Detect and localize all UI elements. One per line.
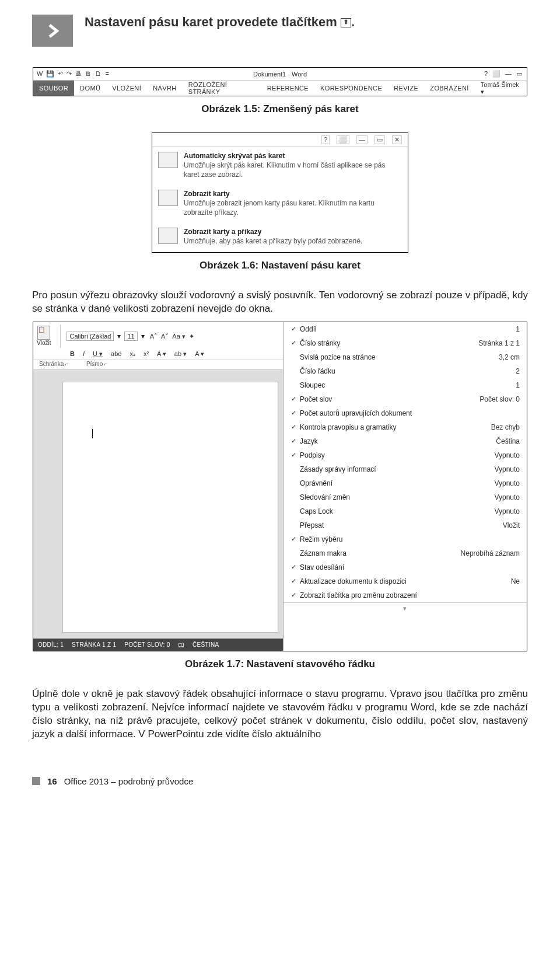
ribbon-button[interactable]: A ▾ xyxy=(155,350,168,358)
status-bar[interactable]: ODDÍL: 1STRÁNKA 1 Z 1POČET SLOV: 0🕮ČEŠTI… xyxy=(33,639,283,651)
ribbon-tab[interactable]: VLOŽENÍ xyxy=(106,81,147,96)
ribbon-button[interactable]: A ▾ xyxy=(193,350,206,358)
statusbar-menu-item[interactable]: Sledování změnVypnuto xyxy=(284,490,527,504)
qat-button[interactable]: 🗋 xyxy=(95,70,102,78)
status-item[interactable]: 🕮 xyxy=(178,641,184,648)
ribbon-button[interactable]: I xyxy=(81,350,86,357)
statusbar-menu-item[interactable]: ✓Počet autorů upravujících dokument xyxy=(284,406,527,420)
ribbon-button[interactable]: Aa ▾ xyxy=(170,333,187,340)
statusbar-menu-item[interactable]: Sloupec1 xyxy=(284,378,527,392)
window-control-button[interactable]: ▭ xyxy=(374,135,385,144)
ribbon-button[interactable]: U ▾ xyxy=(91,350,104,358)
status-item[interactable]: STRÁNKA 1 Z 1 xyxy=(72,641,116,648)
statusbar-menu-item[interactable]: ✓Režim výběru xyxy=(284,532,527,546)
paste-button[interactable]: 📋 Vložit xyxy=(37,326,51,346)
figure-caption: Obrázek 1.5: Zmenšený pás karet xyxy=(32,103,528,115)
ribbon-button[interactable]: x² xyxy=(142,350,150,357)
check-icon: ✓ xyxy=(288,563,300,571)
window-control-button[interactable]: ⬜ xyxy=(492,70,501,78)
document-page[interactable] xyxy=(62,382,278,633)
check-icon: ✓ xyxy=(288,535,300,543)
ribbon-tabs[interactable]: SOUBORDOMŮVLOŽENÍNÁVRHROZLOŽENÍ STRÁNKYR… xyxy=(33,81,527,96)
window-control-button[interactable]: ? xyxy=(484,70,488,78)
window-control-button[interactable]: — xyxy=(505,70,512,78)
ribbon-options-icon xyxy=(341,18,351,27)
window-control-button[interactable]: ? xyxy=(321,135,330,144)
ribbon-button[interactable]: A˅ xyxy=(159,333,170,340)
menu-label: Počet slov xyxy=(300,395,480,403)
ribbon-tab[interactable]: ZOBRAZENÍ xyxy=(424,81,475,96)
ribbon-tab[interactable]: NÁVRH xyxy=(147,81,183,96)
menu-expand-icon[interactable]: ▾ xyxy=(284,602,527,614)
ribbon-button[interactable]: B xyxy=(68,350,76,357)
window-controls[interactable]: ?⬜—▭ xyxy=(480,70,527,78)
window-control-button[interactable]: ▭ xyxy=(516,70,522,78)
statusbar-menu-item[interactable]: ✓Aktualizace dokumentu k dispoziciNe xyxy=(284,574,527,588)
menu-value: Stránka 1 z 1 xyxy=(478,339,520,347)
font-name-input[interactable]: Calibri (Základ xyxy=(66,332,114,341)
menu-label: Přepsat xyxy=(300,521,503,529)
ribbon-tab[interactable]: ROZLOŽENÍ STRÁNKY xyxy=(183,81,261,96)
window-control-button[interactable]: — xyxy=(356,135,368,144)
statusbar-menu-item[interactable]: Caps LockVypnuto xyxy=(284,504,527,518)
statusbar-menu-item[interactable]: ✓Oddíl1 xyxy=(284,322,527,336)
statusbar-menu-item[interactable]: ✓Kontrola pravopisu a gramatikyBez chyb xyxy=(284,420,527,434)
ribbon-option[interactable]: Zobrazit karty a příkazyUmožňuje, aby pá… xyxy=(152,223,408,252)
window-control-button[interactable]: ✕ xyxy=(392,135,402,144)
statusbar-menu-item[interactable]: PřepsatVložit xyxy=(284,518,527,532)
window-control-button[interactable]: ⬜ xyxy=(337,135,349,144)
check-icon: ✓ xyxy=(288,409,300,417)
ribbon-button[interactable]: abe xyxy=(109,350,123,357)
statusbar-menu-item[interactable]: Svislá pozice na stránce3,2 cm xyxy=(284,350,527,364)
qat-button[interactable]: ↷ xyxy=(66,70,72,78)
statusbar-menu-item[interactable]: ✓Zobrazit tlačítka pro změnu zobrazení xyxy=(284,588,527,602)
statusbar-menu-item[interactable]: ✓Stav odesílání xyxy=(284,560,527,574)
menu-label: Stav odesílání xyxy=(300,563,520,571)
statusbar-menu-item[interactable]: Záznam makraNeprobíhá záznam xyxy=(284,546,527,560)
menu-label: Číslo řádku xyxy=(300,367,516,375)
ribbon-button[interactable]: ab ▾ xyxy=(173,350,188,358)
check-icon: ✓ xyxy=(288,325,300,333)
statusbar-menu-item[interactable]: ✓Počet slovPočet slov: 0 xyxy=(284,392,527,406)
statusbar-menu-item[interactable]: Číslo řádku2 xyxy=(284,364,527,378)
statusbar-menu-item[interactable]: OprávněníVypnuto xyxy=(284,476,527,490)
document-area[interactable] xyxy=(33,370,283,639)
menu-value: Neprobíhá záznam xyxy=(461,549,520,557)
figure-1-6: ?⬜—▭✕ Automaticky skrývat pás karetUmožň… xyxy=(152,132,408,253)
window-controls[interactable]: ?⬜—▭✕ xyxy=(152,133,408,147)
figure-caption: Obrázek 1.6: Nastavení pásu karet xyxy=(32,260,528,271)
quick-access-toolbar[interactable]: W💾↶↷🖶🗎🗋= xyxy=(33,70,113,78)
status-item[interactable]: POČET SLOV: 0 xyxy=(124,641,170,648)
qat-button[interactable]: ↶ xyxy=(58,70,63,78)
menu-label: Kontrola pravopisu a gramatiky xyxy=(300,423,491,431)
ribbon-tab[interactable]: REFERENCE xyxy=(261,81,314,96)
status-item[interactable]: ODDÍL: 1 xyxy=(38,641,64,648)
ribbon-button[interactable]: x₂ xyxy=(128,350,137,358)
qat-button[interactable]: = xyxy=(105,70,108,78)
ribbon-option[interactable]: Automaticky skrývat pás karetUmožňuje sk… xyxy=(152,147,408,185)
ribbon-option[interactable]: Zobrazit kartyUmožňuje zobrazit jenom ka… xyxy=(152,185,408,223)
ribbon-button[interactable]: A˄ xyxy=(148,333,159,340)
menu-value: Vypnuto xyxy=(494,479,520,487)
font-size-input[interactable]: 11 xyxy=(124,332,137,341)
menu-value: 3,2 cm xyxy=(499,353,520,361)
status-item[interactable]: ČEŠTINA xyxy=(192,641,219,648)
ribbon-tab[interactable]: DOMŮ xyxy=(74,81,106,96)
menu-value: Vypnuto xyxy=(494,465,520,473)
figure-1-7: 📋 Vložit Calibri (Základ▾ 11▾ A˄A˅Aa ▾✦ … xyxy=(33,322,527,651)
user-menu[interactable]: Tomáš Šimek ▾ xyxy=(475,81,527,96)
statusbar-menu-item[interactable]: ✓PodpisyVypnuto xyxy=(284,448,527,462)
figure-caption: Obrázek 1.7: Nastavení stavového řádku xyxy=(32,658,528,670)
option-description: Umožňuje zobrazit jenom karty pásu karet… xyxy=(184,199,402,217)
statusbar-menu-item[interactable]: ✓Číslo stránkyStránka 1 z 1 xyxy=(284,336,527,350)
ribbon-tab[interactable]: KORESPONDENCE xyxy=(314,81,388,96)
qat-button[interactable]: 💾 xyxy=(46,70,54,78)
ribbon-tab[interactable]: REVIZE xyxy=(388,81,424,96)
qat-button[interactable]: 🖶 xyxy=(75,70,82,78)
statusbar-menu-item[interactable]: Zásady správy informacíVypnuto xyxy=(284,462,527,476)
statusbar-menu-item[interactable]: ✓JazykČeština xyxy=(284,434,527,448)
ribbon-tab[interactable]: SOUBOR xyxy=(33,81,74,96)
qat-button[interactable]: 🗎 xyxy=(85,70,92,78)
ribbon-button[interactable]: ✦ xyxy=(187,333,196,340)
qat-button[interactable]: W xyxy=(37,70,43,78)
